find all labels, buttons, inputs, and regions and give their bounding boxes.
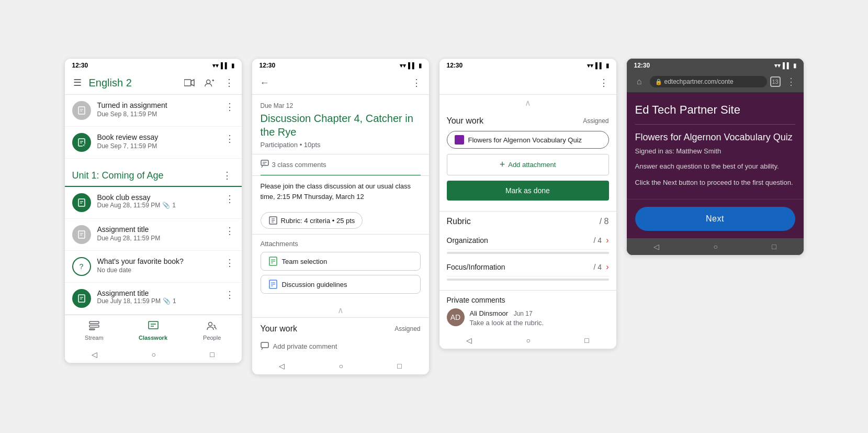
screen2-home-nav[interactable]: ○ — [339, 362, 343, 370]
sec-item4-more[interactable]: ⋮ — [225, 289, 234, 301]
screen3-scroll-area[interactable]: Your work Assigned Flowers for Algernon … — [439, 111, 616, 332]
item2-more[interactable]: ⋮ — [225, 133, 234, 145]
rubric-section: Rubric / 8 Organization / 4 › Focus/Info… — [439, 211, 616, 290]
menu-icon[interactable]: ☰ — [70, 75, 85, 90]
screen4-home-nav[interactable]: ○ — [714, 242, 718, 251]
add-person-icon[interactable] — [202, 75, 217, 90]
screen2-back-icon[interactable]: ← — [257, 75, 272, 90]
svg-rect-24 — [89, 325, 99, 327]
assignment-points: Participation • 10pts — [261, 141, 421, 149]
browser-bottom: Next — [627, 199, 804, 238]
assignment-body: Please join the class discussion at our … — [252, 175, 429, 207]
comment-content: Ali Dinsmoor Jun 17 Take a look at the r… — [470, 308, 544, 327]
url-bar[interactable]: 🔒 edtechpartner.com/conte — [650, 76, 767, 87]
screen4-back-nav[interactable]: ◁ — [653, 242, 659, 251]
section-more-icon[interactable]: ⋮ — [220, 168, 234, 183]
attachment2-label: Discussion guidelines — [282, 281, 347, 288]
attachment1-chip[interactable]: Team selection — [261, 252, 421, 271]
sec-item1-icon — [72, 193, 91, 212]
video-call-icon[interactable] — [182, 75, 197, 90]
quiz-description1: Answer each question to the best of your… — [635, 161, 795, 172]
screen4-phone: 12:30 ▾▾ ▌▌ ▮ ⌂ 🔒 edtechpartner.com/cont… — [626, 58, 804, 256]
screen3-back-nav[interactable]: ◁ — [466, 336, 472, 345]
screen4-wifi-icon: ▾▾ — [774, 62, 781, 69]
assignment-comments[interactable]: 3 class comments — [252, 154, 429, 175]
svg-rect-0 — [184, 80, 191, 86]
sec-item4-icon — [72, 289, 91, 308]
screen2-recents-nav[interactable]: □ — [397, 362, 401, 370]
screen1-phone: 12:30 ▾▾ ▌▌ ▮ ☰ English 2 — [64, 58, 242, 363]
rubric-chip[interactable]: Rubric: 4 criteria • 25 pts — [261, 212, 363, 229]
sec-item2-title: Assignment title — [97, 225, 225, 234]
nav-stream[interactable]: Stream — [65, 318, 124, 343]
sec-item1-meta: Due Aug 28, 11:59 PM 📎 1 — [97, 202, 225, 209]
screen1-app-bar-icons: ⋮ — [182, 75, 236, 90]
screen1-more-icon[interactable]: ⋮ — [222, 75, 236, 90]
focus-chevron-icon: › — [606, 262, 608, 272]
screen2-status-bar: 12:30 ▾▾ ▌▌ ▮ — [252, 59, 429, 71]
private-comments-section: Private comments AD Ali Dinsmoor Jun 17 … — [439, 290, 616, 332]
svg-rect-45 — [261, 342, 268, 348]
sec-item3-content: What's your favorite book? No due date — [97, 257, 225, 274]
screen1-scroll-area[interactable]: Turned in assignment Due Sep 8, 11:59 PM… — [65, 95, 242, 315]
screen3-app-bar: ⋮ — [439, 71, 616, 95]
sec-item2-content: Assignment title Due Aug 28, 11:59 PM — [97, 225, 225, 242]
screen4-time: 12:30 — [634, 62, 650, 69]
recents-nav-icon[interactable]: □ — [210, 350, 214, 359]
nav-classwork[interactable]: Classwork — [123, 318, 183, 343]
svg-rect-30 — [261, 160, 268, 165]
comment-icon — [261, 160, 269, 170]
screen3-home-nav[interactable]: ○ — [526, 336, 531, 345]
list-item[interactable]: Assignment title Due July 18, 11:59 PM 📎… — [65, 283, 242, 315]
screen4-recents-nav[interactable]: □ — [772, 242, 776, 251]
nav-stream-label: Stream — [85, 335, 103, 341]
mark-done-button[interactable]: Mark as done — [447, 181, 609, 201]
screen4-status-icons: ▾▾ ▌▌ ▮ — [774, 62, 796, 69]
item1-title: Turned in assignment — [97, 101, 225, 109]
browser-more-icon[interactable]: ⋮ — [784, 74, 798, 89]
screen2-phone: 12:30 ▾▾ ▌▌ ▮ ← ⋮ Due Mar 12 Discussion … — [252, 58, 430, 375]
lock-icon: 🔒 — [655, 79, 662, 85]
commenter-initials: AD — [450, 313, 460, 321]
next-button[interactable]: Next — [635, 207, 795, 231]
focus-bar — [447, 279, 609, 281]
screen2-time: 12:30 — [260, 62, 276, 69]
svg-rect-25 — [89, 329, 95, 330]
rubric-row-organization[interactable]: Organization / 4 › — [447, 231, 609, 250]
attachments-section: Attachments Team selection — [252, 234, 429, 303]
attachment2-chip[interactable]: Discussion guidelines — [261, 275, 421, 294]
screen3-recents-nav[interactable]: □ — [584, 336, 589, 345]
add-attachment-btn[interactable]: + Add attachment — [447, 154, 609, 175]
screen3-more-icon[interactable]: ⋮ — [596, 75, 611, 90]
screen3-time: 12:30 — [447, 62, 463, 69]
sec-item3-more[interactable]: ⋮ — [225, 257, 234, 269]
nav-people[interactable]: People — [183, 318, 242, 343]
item1-more[interactable]: ⋮ — [225, 101, 234, 113]
assignment-due: Due Mar 12 — [261, 102, 421, 109]
comment-meta: Ali Dinsmoor Jun 17 — [470, 308, 544, 318]
quiz-chip[interactable]: Flowers for Algernon Vocabulary Quiz — [447, 131, 609, 149]
list-item[interactable]: Book club essay Due Aug 28, 11:59 PM 📎 1… — [65, 187, 242, 219]
sec-item2-more[interactable]: ⋮ — [225, 225, 234, 237]
list-item[interactable]: Book review essay Due Sep 7, 11:59 PM ⋮ — [65, 127, 242, 159]
list-item[interactable]: Assignment title Due Aug 28, 11:59 PM ⋮ — [65, 219, 242, 251]
list-item[interactable]: Turned in assignment Due Sep 8, 11:59 PM… — [65, 95, 242, 127]
screen2-more-icon[interactable]: ⋮ — [409, 75, 424, 90]
rubric-row-focus[interactable]: Focus/Information / 4 › — [447, 258, 609, 276]
quiz-icon — [455, 135, 464, 145]
sec-item1-more[interactable]: ⋮ — [225, 193, 234, 205]
tab-count[interactable]: 13 — [770, 76, 781, 87]
assigned-badge: Assigned — [394, 325, 420, 332]
item2-title: Book review essay — [97, 133, 225, 141]
list-item[interactable]: ? What's your favorite book? No due date… — [65, 251, 242, 283]
back-nav-icon[interactable]: ◁ — [92, 350, 97, 359]
click-next: Click the Next button to proceed to the … — [635, 177, 795, 188]
add-private-comment[interactable]: Add private comment — [252, 338, 429, 358]
work-section: Your work Assigned Flowers for Algernon … — [439, 111, 616, 211]
screen2-scroll-area[interactable]: Due Mar 12 Discussion Chapter 4, Catcher… — [252, 95, 429, 358]
screen2-back-nav[interactable]: ◁ — [279, 362, 285, 370]
screen3-status-icons: ▾▾ ▌▌ ▮ — [587, 62, 609, 69]
home-nav-icon[interactable]: ○ — [152, 350, 156, 359]
people-icon — [206, 320, 218, 334]
browser-home-icon[interactable]: ⌂ — [632, 74, 647, 89]
